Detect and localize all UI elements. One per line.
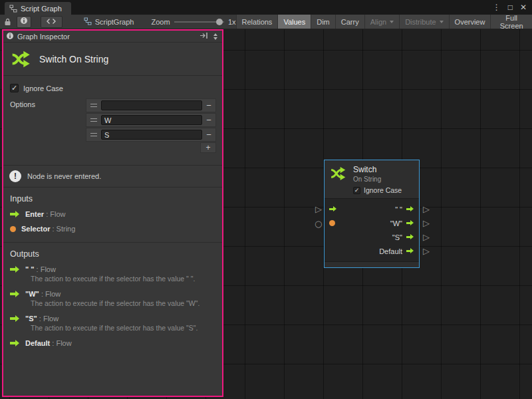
output-port-row: "S"Flow [10, 315, 215, 323]
graph-toolbar: ScriptGraph Zoom 1x Relations Values Dim… [0, 15, 532, 29]
option-row: − [86, 98, 216, 112]
option-input[interactable] [101, 115, 202, 125]
output-port-description: The action to execute if the selector ha… [31, 324, 215, 332]
output-port-row: "W"Flow [10, 290, 215, 298]
zoom-label: Zoom [151, 18, 170, 26]
options-row: Options − − [9, 98, 217, 153]
code-view-button[interactable] [41, 16, 63, 28]
ignore-case-row: Ignore Case [10, 84, 215, 92]
output-port-label: Default [379, 247, 402, 255]
inspector-title: Graph Inspector [17, 33, 70, 41]
toolbar-button-relations[interactable]: Relations [236, 15, 278, 29]
node-header: Switch On String Ignore Case [325, 160, 419, 199]
port-circle-icon[interactable]: ○ [315, 219, 323, 228]
port-triangle-icon[interactable]: ▷ [423, 219, 432, 227]
caret-down-icon [390, 21, 394, 23]
switch-node-icon [11, 49, 32, 70]
outputs-header: Outputs [10, 249, 215, 259]
graph-reference-label: ScriptGraph [95, 18, 134, 26]
inspector-toggle-button[interactable] [17, 16, 31, 28]
options-label: Options [9, 98, 86, 108]
option-input[interactable] [101, 100, 202, 110]
ignore-case-checkbox[interactable] [10, 84, 19, 92]
caret-down-icon [440, 21, 444, 23]
flow-port-icon [10, 211, 20, 218]
input-port-row: SelectorString [10, 225, 215, 233]
node-ignore-case-checkbox[interactable] [353, 187, 360, 194]
flow-port-icon [10, 315, 20, 323]
toolbar-button-dim[interactable]: Dim [311, 15, 335, 29]
dock-icon[interactable] [200, 32, 208, 41]
node-title: Switch [353, 165, 402, 174]
flow-port-icon [10, 266, 20, 273]
graph-inspector-panel: Graph Inspector [2, 29, 223, 397]
node-subtitle: On String [353, 176, 402, 183]
node-ignore-case-label: Ignore Case [364, 186, 402, 194]
flow-output-port[interactable] [406, 206, 414, 212]
port-triangle-icon[interactable]: ▷ [423, 233, 432, 241]
option-input[interactable] [101, 130, 202, 140]
warning-icon [9, 170, 21, 182]
maximize-icon[interactable]: □ [508, 3, 513, 12]
main-area: Switch On String Ignore Case " " [0, 29, 532, 399]
inspector-node-titlerow: Switch On String [3, 43, 222, 76]
info-icon [20, 17, 28, 27]
code-icon [47, 17, 56, 27]
input-port-row: EnterFlow [10, 210, 215, 218]
remove-option-button[interactable]: − [202, 99, 215, 112]
add-option-button[interactable]: + [200, 142, 216, 153]
value-port-icon [10, 226, 16, 232]
switch-on-string-node[interactable]: Switch On String Ignore Case " " [324, 160, 420, 268]
node-type-title: Switch On String [39, 54, 108, 65]
drag-handle-icon[interactable] [90, 104, 97, 107]
port-triangle-icon[interactable]: ▷ [315, 205, 324, 213]
output-port-description: The action to execute if the selector ha… [31, 299, 215, 307]
scroll-down-icon[interactable] [213, 37, 217, 40]
outputs-section: Outputs " "Flow The action to execute if… [3, 242, 222, 351]
remove-option-button[interactable]: − [202, 114, 215, 126]
remove-option-button[interactable]: − [202, 128, 215, 141]
scroll-arrows[interactable] [211, 33, 219, 40]
flow-output-port[interactable] [406, 220, 414, 226]
drag-handle-icon[interactable] [90, 118, 97, 122]
port-triangle-icon[interactable]: ▷ [423, 205, 432, 213]
selector-input-port[interactable] [329, 220, 335, 226]
graph-reference[interactable]: ScriptGraph [84, 17, 134, 27]
script-graph-tab-icon [9, 5, 17, 13]
toolbar-button-overview[interactable]: Overview [449, 15, 491, 29]
inputs-header: Inputs [10, 194, 215, 203]
switch-node-icon [330, 165, 347, 194]
scroll-up-icon[interactable] [213, 33, 217, 36]
unity-window: Script Graph ⋮ □ ✕ S [0, 0, 532, 399]
drag-handle-icon[interactable] [90, 133, 97, 136]
toolbar-button-carry[interactable]: Carry [335, 15, 364, 29]
node-footer [325, 261, 419, 267]
lock-icon[interactable] [4, 18, 11, 26]
flow-output-port[interactable] [406, 248, 414, 254]
option-row: − [86, 113, 216, 127]
warning-banner: Node is never entered. [3, 165, 222, 188]
options-list: − − − + [86, 98, 216, 153]
node-body: " " "W" "S" Default [325, 199, 419, 261]
output-port-row: DefaultFlow [10, 339, 215, 347]
info-icon [6, 32, 14, 41]
tab-title: Script Graph [21, 5, 62, 13]
toolbar-button-distribute[interactable]: Distribute [399, 15, 448, 29]
window-titlebar: Script Graph ⋮ □ ✕ [0, 0, 532, 15]
close-icon[interactable]: ✕ [520, 3, 527, 12]
zoom-slider-handle[interactable] [216, 19, 223, 25]
flow-port-icon [10, 291, 20, 298]
zoom-value: 1x [228, 18, 236, 26]
tab-script-graph[interactable]: Script Graph [5, 2, 71, 15]
kebab-menu-icon[interactable]: ⋮ [493, 3, 501, 12]
toolbar-button-values[interactable]: Values [277, 15, 311, 29]
flow-port-icon [10, 340, 20, 347]
toolbar-button-align[interactable]: Align [364, 15, 399, 29]
option-row: − [86, 128, 216, 142]
flow-input-port[interactable] [329, 206, 337, 212]
flow-output-port[interactable] [406, 234, 414, 240]
toolbar-button-fullscreen[interactable]: Full Screen [490, 15, 532, 29]
port-triangle-icon[interactable]: ▷ [423, 247, 432, 255]
node-ignore-case-row: Ignore Case [353, 186, 402, 194]
zoom-slider[interactable] [174, 17, 224, 27]
